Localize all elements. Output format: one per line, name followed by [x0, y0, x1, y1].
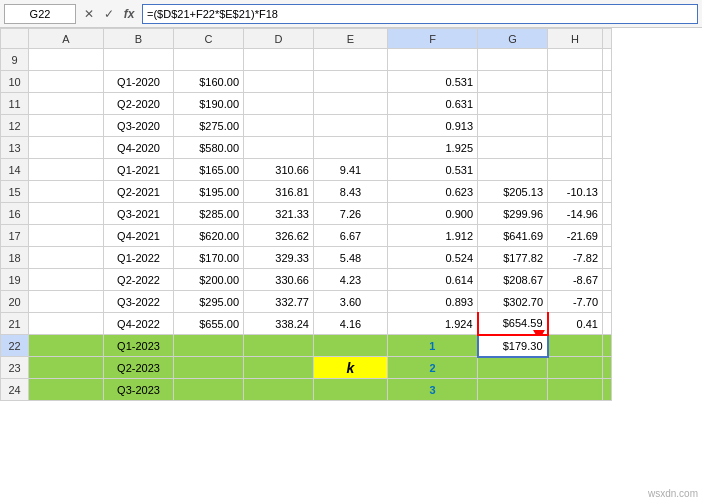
cell-h-15[interactable]: -10.13	[548, 181, 603, 203]
cell-c-10[interactable]: $160.00	[174, 71, 244, 93]
cell-d-22[interactable]	[244, 335, 314, 357]
cell-h-13[interactable]	[548, 137, 603, 159]
cell-g-14[interactable]	[478, 159, 548, 181]
cell-f-24[interactable]: 3	[388, 379, 478, 401]
cell-c-20[interactable]: $295.00	[174, 291, 244, 313]
cell-d-18[interactable]: 329.33	[244, 247, 314, 269]
cell-e-15[interactable]: 8.43	[314, 181, 388, 203]
cell-e-23[interactable]: k	[314, 357, 388, 379]
cell-g-11[interactable]	[478, 93, 548, 115]
cell-i-17[interactable]	[603, 225, 612, 247]
cell-c-19[interactable]: $200.00	[174, 269, 244, 291]
cell-c-17[interactable]: $620.00	[174, 225, 244, 247]
cell-h-19[interactable]: -8.67	[548, 269, 603, 291]
cell-a-10[interactable]	[29, 71, 104, 93]
cell-g-12[interactable]	[478, 115, 548, 137]
cell-b-21[interactable]: Q4-2022	[104, 313, 174, 335]
cell-d-19[interactable]: 330.66	[244, 269, 314, 291]
cell-h-11[interactable]	[548, 93, 603, 115]
cell-g-20[interactable]: $302.70	[478, 291, 548, 313]
cell-c-22[interactable]	[174, 335, 244, 357]
cell-c-16[interactable]: $285.00	[174, 203, 244, 225]
cell-b-18[interactable]: Q1-2022	[104, 247, 174, 269]
col-header-a[interactable]: A	[29, 29, 104, 49]
cell-a-17[interactable]	[29, 225, 104, 247]
cell-f-19[interactable]: 0.614	[388, 269, 478, 291]
cell-h-24[interactable]	[548, 379, 603, 401]
cell-a-13[interactable]	[29, 137, 104, 159]
cell-d-21[interactable]: 338.24	[244, 313, 314, 335]
cell-e-20[interactable]: 3.60	[314, 291, 388, 313]
fx-icon[interactable]: fx	[120, 5, 138, 23]
cell-d-13[interactable]	[244, 137, 314, 159]
cell-h-14[interactable]	[548, 159, 603, 181]
cell-a-23[interactable]	[29, 357, 104, 379]
cell-d-11[interactable]	[244, 93, 314, 115]
cell-a-9[interactable]	[29, 49, 104, 71]
cell-g-10[interactable]	[478, 71, 548, 93]
cell-e-17[interactable]: 6.67	[314, 225, 388, 247]
cell-g-18[interactable]: $177.82	[478, 247, 548, 269]
cell-e-16[interactable]: 7.26	[314, 203, 388, 225]
cell-h-23[interactable]	[548, 357, 603, 379]
cell-d-14[interactable]: 310.66	[244, 159, 314, 181]
cell-d-17[interactable]: 326.62	[244, 225, 314, 247]
cell-e-10[interactable]	[314, 71, 388, 93]
cell-h-12[interactable]	[548, 115, 603, 137]
col-header-f[interactable]: F	[388, 29, 478, 49]
cell-g-19[interactable]: $208.67	[478, 269, 548, 291]
cell-b-17[interactable]: Q4-2021	[104, 225, 174, 247]
col-header-b[interactable]: B	[104, 29, 174, 49]
cell-a-12[interactable]	[29, 115, 104, 137]
cell-b-23[interactable]: Q2-2023	[104, 357, 174, 379]
cell-g-16[interactable]: $299.96	[478, 203, 548, 225]
cell-a-11[interactable]	[29, 93, 104, 115]
cell-reference-box[interactable]: G22	[4, 4, 76, 24]
cell-b-15[interactable]: Q2-2021	[104, 181, 174, 203]
cell-g-22[interactable]: $179.30	[478, 335, 548, 357]
cell-g-13[interactable]	[478, 137, 548, 159]
cell-b-13[interactable]: Q4-2020	[104, 137, 174, 159]
cell-b-11[interactable]: Q2-2020	[104, 93, 174, 115]
cell-i-16[interactable]	[603, 203, 612, 225]
cell-e-13[interactable]	[314, 137, 388, 159]
confirm-icon[interactable]: ✓	[100, 5, 118, 23]
cell-c-23[interactable]	[174, 357, 244, 379]
col-header-h[interactable]: H	[548, 29, 603, 49]
cell-i-14[interactable]	[603, 159, 612, 181]
cell-f-17[interactable]: 1.912	[388, 225, 478, 247]
cell-b-20[interactable]: Q3-2022	[104, 291, 174, 313]
cell-f-15[interactable]: 0.623	[388, 181, 478, 203]
cell-g-17[interactable]: $641.69	[478, 225, 548, 247]
cell-f-20[interactable]: 0.893	[388, 291, 478, 313]
cell-f-10[interactable]: 0.531	[388, 71, 478, 93]
col-header-d[interactable]: D	[244, 29, 314, 49]
cell-h-18[interactable]: -7.82	[548, 247, 603, 269]
col-header-i[interactable]	[603, 29, 612, 49]
cell-c-18[interactable]: $170.00	[174, 247, 244, 269]
cell-b-19[interactable]: Q2-2022	[104, 269, 174, 291]
cell-c-14[interactable]: $165.00	[174, 159, 244, 181]
cell-a-20[interactable]	[29, 291, 104, 313]
cell-c-15[interactable]: $195.00	[174, 181, 244, 203]
cell-i-22[interactable]	[603, 335, 612, 357]
cell-e-14[interactable]: 9.41	[314, 159, 388, 181]
cell-f-13[interactable]: 1.925	[388, 137, 478, 159]
cell-a-15[interactable]	[29, 181, 104, 203]
col-header-e[interactable]: E	[314, 29, 388, 49]
cell-a-24[interactable]	[29, 379, 104, 401]
cell-b-24[interactable]: Q3-2023	[104, 379, 174, 401]
cell-b-14[interactable]: Q1-2021	[104, 159, 174, 181]
cell-g-15[interactable]: $205.13	[478, 181, 548, 203]
cell-a-16[interactable]	[29, 203, 104, 225]
cell-a-18[interactable]	[29, 247, 104, 269]
cell-d-16[interactable]: 321.33	[244, 203, 314, 225]
cell-b-12[interactable]: Q3-2020	[104, 115, 174, 137]
cell-c-24[interactable]	[174, 379, 244, 401]
col-header-g[interactable]: G	[478, 29, 548, 49]
cell-h-20[interactable]: -7.70	[548, 291, 603, 313]
cell-i-23[interactable]	[603, 357, 612, 379]
cell-f-22[interactable]: 1	[388, 335, 478, 357]
cell-d-20[interactable]: 332.77	[244, 291, 314, 313]
cell-d-24[interactable]	[244, 379, 314, 401]
